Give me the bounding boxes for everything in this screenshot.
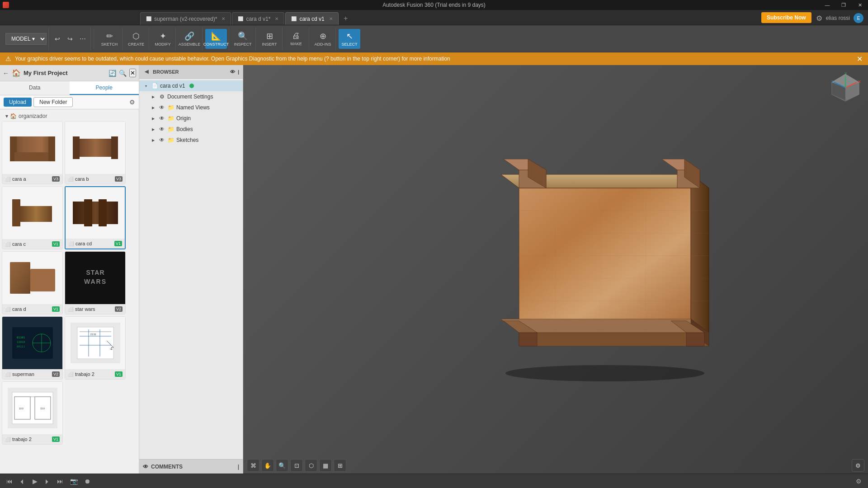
browser-item-doc-settings[interactable]: ▶ ⚙ Document Settings [139, 91, 243, 102]
nav-last-button[interactable]: ⏭ [54, 475, 66, 487]
search-button[interactable]: 🔄 [108, 70, 116, 77]
select-button[interactable]: ↖ SELECT [339, 29, 360, 49]
nav-next-button[interactable]: ⏵ [42, 475, 53, 487]
comments-expand-button[interactable]: | [238, 464, 239, 470]
tab-superman-close[interactable]: ✕ [222, 16, 225, 21]
left-panel: ← 🏠 My First Project 🔄 🔍 ✕ Data People U… [0, 65, 139, 474]
close-button[interactable]: ✕ [852, 0, 868, 10]
construct-button[interactable]: 📐 CONSTRUCT [205, 29, 227, 49]
redo-button[interactable]: ↪ [64, 33, 76, 45]
file-item-star-wars[interactable]: STAR WARS ⬜ star wars V2 [65, 251, 126, 314]
assemble-button[interactable]: 🔗 ASSEMBLE [179, 29, 200, 49]
tab-cara-d[interactable]: ⬜ cara d v1* ✕ [232, 12, 284, 25]
more-button[interactable]: ⋯ [77, 33, 89, 45]
viewport: X Y Z ⌘ ✋ 🔍 ⊡ ⬡ ▦ ⊞ ⚙ [243, 65, 868, 474]
nav-play-button[interactable]: ▶ [29, 475, 41, 487]
new-folder-button[interactable]: New Folder [33, 97, 73, 107]
vp-orbit-tool[interactable]: ⌘ [247, 459, 259, 472]
browser-item-sketches[interactable]: ▶ 👁 📁 Sketches [139, 135, 243, 145]
camera-button[interactable]: 📷 [68, 475, 80, 487]
file-thumb-trabajo-2b: 10.0 15.0 [2, 382, 62, 434]
version-cara-cd: V1 [114, 241, 122, 246]
search-icon[interactable]: 🔍 [119, 70, 127, 77]
inspect-button[interactable]: 🔍 INSPECT [232, 29, 254, 49]
bodies-folder-icon: 📁 [167, 126, 175, 133]
addins-button[interactable]: ⊕ ADD-INS [312, 29, 334, 49]
assemble-label: ASSEMBLE [179, 42, 201, 47]
sketch-button[interactable]: ✏ SKETCH [99, 29, 120, 49]
svg-rect-11 [20, 206, 52, 222]
modify-label: MODIFY [155, 42, 171, 47]
tab-data[interactable]: Data [0, 81, 70, 95]
file-item-superman[interactable]: 01101 11010 00111 ⬜ superman V2 [2, 316, 63, 380]
sketches-arrow: ▶ [150, 137, 156, 143]
tab-cara-cd-close[interactable]: ✕ [329, 16, 333, 21]
new-tab-button[interactable]: + [340, 12, 352, 25]
browser-item-origin[interactable]: ▶ 👁 📁 Origin [139, 113, 243, 124]
browser-doc-root[interactable]: ▾ 📄 cara cd v1 [139, 80, 243, 91]
file-item-cara-c[interactable]: ⬜ cara c V1 [2, 186, 63, 249]
nav-first-button[interactable]: ⏮ [4, 475, 15, 487]
tab-cara-d-close[interactable]: ✕ [275, 16, 278, 21]
file-row-3: ⬜ cara d V1 STAR WARS ⬜ [2, 251, 137, 314]
vp-grid-tool[interactable]: ⊞ [334, 459, 346, 472]
version-cara-a: V3 [52, 176, 60, 182]
undo-button[interactable]: ↩ [52, 33, 63, 45]
doc-arrow: ▾ [143, 83, 149, 89]
settings-icon[interactable]: ⚙ [816, 14, 822, 23]
file-name-bar-cara-cd: ⬜ cara cd V1 [66, 239, 125, 249]
browser-item-bodies[interactable]: ▶ 👁 📁 Bodies [139, 124, 243, 135]
trabajo-2-thumbnail: 23.50 [71, 323, 120, 363]
vp-zoom-tool[interactable]: 🔍 [276, 459, 288, 472]
modify-button[interactable]: ✦ MODIFY [152, 29, 174, 49]
back-button[interactable]: ← [3, 70, 9, 77]
vp-settings-tool[interactable]: ⚙ [852, 459, 864, 472]
viewport-canvas[interactable]: X Y Z ⌘ ✋ 🔍 ⊡ ⬡ ▦ ⊞ ⚙ [243, 65, 868, 474]
tab-cara-cd-icon: ⬜ [291, 16, 297, 21]
vp-display-tool[interactable]: ▦ [319, 459, 332, 472]
sketches-label: Sketches [176, 137, 198, 143]
tab-people[interactable]: People [70, 81, 139, 95]
mode-dropdown[interactable]: MODEL ▾ [5, 33, 47, 45]
record-button[interactable]: ⏺ [81, 475, 93, 487]
origin-label: Origin [176, 115, 191, 122]
cara-c-thumbnail [8, 192, 57, 233]
create-label: CREATE [128, 42, 144, 47]
browser-collapse-button[interactable]: ◀ [143, 68, 150, 75]
file-item-cara-a[interactable]: ⬜ cara a V3 [2, 121, 63, 184]
vp-pan-tool[interactable]: ✋ [261, 459, 274, 472]
minimize-button[interactable]: — [819, 0, 835, 10]
file-item-cara-d[interactable]: ⬜ cara d V1 [2, 251, 63, 314]
named-views-arrow: ▶ [150, 104, 156, 111]
named-views-eye-icon: 👁 [158, 104, 165, 111]
sketches-eye-icon: 👁 [158, 136, 165, 144]
create-button[interactable]: ⬡ CREATE [125, 29, 147, 49]
file-item-trabajo-2[interactable]: 23.50 ⬜ trabajo 2 V1 [65, 316, 126, 380]
make-button[interactable]: 🖨 MAKE [285, 29, 307, 49]
bodies-arrow: ▶ [150, 126, 156, 132]
upload-button[interactable]: Upload [4, 98, 32, 107]
restore-button[interactable]: ❐ [835, 0, 852, 10]
tab-cara-cd[interactable]: ⬜ cara cd v1 ✕ [285, 12, 338, 25]
warning-close[interactable]: ✕ [857, 55, 863, 63]
panel-close-button[interactable]: ✕ [129, 69, 136, 77]
vp-view-tool[interactable]: ⬡ [305, 459, 317, 472]
svg-text:WARS: WARS [84, 278, 107, 285]
bottom-settings-button[interactable]: ⚙ [853, 475, 864, 487]
insert-button[interactable]: ⊞ INSERT [259, 29, 280, 49]
file-label-trabajo-2: trabajo 2 [75, 371, 94, 377]
subscribe-button[interactable]: Subscribe Now [761, 12, 811, 23]
file-item-trabajo-2b[interactable]: 10.0 15.0 ⬜ trabajo 2 V1 [2, 381, 63, 445]
home-icon[interactable]: 🏠 [12, 69, 21, 77]
browser-item-named-views[interactable]: ▶ 👁 📁 Named Views [139, 102, 243, 113]
named-views-folder-icon: 📁 [167, 104, 175, 111]
tab-superman[interactable]: ⬜ superman (v2-recovered)* ✕ [140, 12, 231, 25]
panel-tabs: Data People [0, 81, 139, 95]
panel-settings-button[interactable]: ⚙ [129, 99, 135, 106]
browser-expand-icon[interactable]: | [238, 69, 239, 75]
file-item-cara-cd[interactable]: ⬜ cara cd V1 [65, 186, 126, 249]
vp-fit-tool[interactable]: ⊡ [290, 459, 303, 472]
file-icon-trabajo-2b: ⬜ [5, 437, 10, 442]
file-item-cara-b[interactable]: ⬜ cara b V3 [65, 121, 126, 184]
nav-prev-button[interactable]: ⏴ [16, 475, 28, 487]
